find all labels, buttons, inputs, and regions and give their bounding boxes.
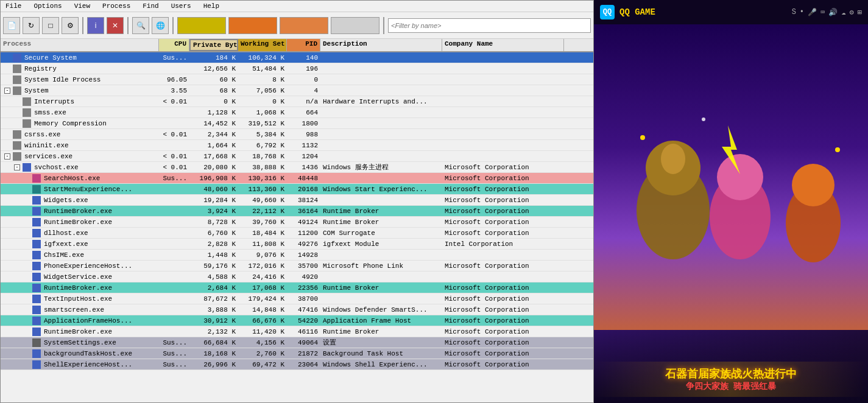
table-row[interactable]: - svchost.exe < 0.01 20,080 K 38,888 K 1… bbox=[1, 162, 593, 173]
th-working[interactable]: Working Set bbox=[238, 39, 287, 51]
new-process-btn[interactable]: 📄 bbox=[3, 17, 20, 34]
th-desc[interactable]: Description bbox=[320, 39, 442, 51]
table-row[interactable]: - services.exe < 0.01 17,668 K 18,768 K … bbox=[1, 151, 593, 162]
working-set: 11,420 K bbox=[238, 328, 287, 336]
process-icon bbox=[32, 338, 41, 347]
company: Microsoft Corporation bbox=[442, 328, 564, 336]
table-row[interactable]: ChsIME.exe 1,448 K 9,076 K 14928 bbox=[1, 250, 593, 261]
table-row[interactable]: igfxext.exe 2,828 K 11,808 K 49276 igfxe… bbox=[1, 239, 593, 250]
working-set: 18,484 K bbox=[238, 229, 287, 237]
table-row[interactable]: wininit.exe 1,664 K 6,792 K 1132 bbox=[1, 140, 593, 151]
table-row[interactable]: Registry 12,656 K 51,484 K 196 bbox=[1, 63, 593, 74]
search-btn[interactable]: 🔍 bbox=[132, 17, 149, 34]
table-row[interactable]: TextInputHost.exe 87,672 K 179,424 K 387… bbox=[1, 293, 593, 304]
table-row[interactable]: - System 3.55 68 K 7,056 K 4 bbox=[1, 85, 593, 96]
ad-icon7[interactable]: ⚙ bbox=[850, 8, 854, 17]
pid-value: 14928 bbox=[287, 251, 320, 259]
table-row[interactable]: PhoneExperienceHost... 59,176 K 172,016 … bbox=[1, 261, 593, 272]
menu-users[interactable]: Users bbox=[169, 2, 194, 10]
expand-btn[interactable]: - bbox=[4, 88, 10, 94]
menu-view[interactable]: View bbox=[72, 2, 93, 10]
menu-find[interactable]: Find bbox=[140, 2, 161, 10]
company bbox=[442, 134, 564, 135]
process-name-text: RuntimeBroker.exe bbox=[44, 208, 112, 215]
ad-icon2[interactable]: • bbox=[800, 8, 804, 17]
company: Microsoft Corporation bbox=[442, 229, 564, 237]
menu-options[interactable]: Options bbox=[31, 2, 64, 10]
menu-help[interactable]: Help bbox=[201, 2, 222, 10]
refresh-btn[interactable]: ↻ bbox=[23, 17, 40, 34]
ad-icon8[interactable]: ⊞ bbox=[858, 8, 862, 17]
sep1 bbox=[82, 17, 83, 34]
ad-icon5[interactable]: 🔊 bbox=[828, 8, 838, 17]
expand-btn[interactable]: - bbox=[14, 164, 20, 170]
menu-process[interactable]: Process bbox=[100, 2, 133, 10]
ad-icon1[interactable]: S bbox=[792, 8, 796, 17]
cpu-value bbox=[159, 287, 189, 289]
table-row[interactable]: smss.exe 1,128 K 1,068 K 664 bbox=[1, 107, 593, 118]
process-icon bbox=[32, 185, 41, 194]
menu-file[interactable]: File bbox=[3, 2, 24, 10]
private-bytes: 196,908 K bbox=[189, 174, 238, 183]
pid-value: 22356 bbox=[287, 284, 320, 292]
table-row[interactable]: StartMenuExperience... 48,060 K 113,360 … bbox=[1, 184, 593, 195]
th-private[interactable]: Private Bytes bbox=[189, 39, 238, 51]
minimize-btn[interactable]: □ bbox=[42, 17, 59, 34]
table-row[interactable]: SearchHost.exe Sus... 196,908 K 130,316 … bbox=[1, 173, 593, 184]
pid-value: n/a bbox=[287, 97, 320, 106]
process-table[interactable]: Process CPU Private Bytes Working Set PI… bbox=[1, 39, 593, 402]
working-set: 69,472 K bbox=[238, 360, 287, 369]
process-name: WidgetService.exe bbox=[1, 272, 159, 282]
network-btn[interactable]: 🌐 bbox=[152, 17, 169, 34]
table-row[interactable]: Widgets.exe 19,284 K 49,660 K 38124 Micr… bbox=[1, 195, 593, 206]
table-row[interactable]: csrss.exe < 0.01 2,344 K 5,384 K 988 bbox=[1, 129, 593, 140]
th-company[interactable]: Company Name bbox=[442, 39, 564, 51]
private-bytes: 48,060 K bbox=[189, 185, 238, 194]
company: Microsoft Corporation bbox=[442, 163, 564, 172]
table-row[interactable]: WidgetService.exe 4,588 K 24,416 K 4920 bbox=[1, 272, 593, 282]
description bbox=[320, 200, 442, 201]
description bbox=[320, 178, 442, 179]
private-bytes: 60 K bbox=[189, 75, 238, 84]
expand-btn[interactable]: - bbox=[4, 153, 10, 159]
table-row[interactable]: smartscreen.exe 3,888 K 14,848 K 47416 W… bbox=[1, 304, 593, 315]
table-row[interactable]: RuntimeBroker.exe 8,728 K 39,760 K 49124… bbox=[1, 217, 593, 228]
th-process[interactable]: Process bbox=[1, 39, 159, 51]
process-name: SystemSettings.exe bbox=[1, 338, 159, 348]
filter-input[interactable] bbox=[388, 18, 591, 33]
working-set: 24,416 K bbox=[238, 273, 287, 281]
stop-btn[interactable]: ✕ bbox=[107, 17, 124, 34]
process-icon bbox=[13, 75, 21, 84]
process-icon bbox=[13, 86, 21, 95]
process-icon bbox=[32, 229, 41, 237]
description: Application Frame Host bbox=[320, 317, 442, 325]
working-set: 38,888 K bbox=[238, 163, 287, 172]
working-set: 17,068 K bbox=[238, 284, 287, 292]
table-row[interactable]: RuntimeBroker.exe 2,132 K 11,420 K 46116… bbox=[1, 326, 593, 337]
table-row[interactable]: SystemSettings.exe Sus... 66,684 K 4,156… bbox=[1, 337, 593, 348]
ad-icon4[interactable]: ⌨ bbox=[820, 8, 825, 17]
process-name: - services.exe bbox=[1, 152, 159, 161]
table-row[interactable]: dllhost.exe 6,760 K 18,484 K 11200 COM S… bbox=[1, 228, 593, 239]
settings-btn[interactable]: ⚙ bbox=[62, 17, 79, 34]
company: Microsoft Corporation bbox=[442, 207, 564, 216]
ad-game-title: QQ GAME bbox=[619, 7, 655, 17]
ad-icon6[interactable]: ☁ bbox=[841, 8, 845, 17]
company bbox=[442, 57, 564, 58]
cpu-value bbox=[159, 211, 189, 212]
th-cpu[interactable]: CPU bbox=[159, 39, 189, 51]
table-row[interactable]: RuntimeBroker.exe 2,684 K 17,068 K 22356… bbox=[1, 282, 593, 293]
table-row[interactable]: System Idle Process 96.05 60 K 8 K 0 bbox=[1, 74, 593, 85]
table-row[interactable]: RuntimeBroker.exe 3,924 K 22,112 K 36164… bbox=[1, 206, 593, 217]
table-row[interactable]: backgroundTaskHost.exe Sus... 18,168 K 2… bbox=[1, 348, 593, 359]
ad-icon3[interactable]: 🎤 bbox=[808, 8, 817, 17]
company: Microsoft Corporation bbox=[442, 262, 564, 270]
table-row[interactable]: Memory Compression 14,452 K 319,512 K 18… bbox=[1, 118, 593, 129]
table-row[interactable]: ApplicationFrameHos... 30,912 K 66,676 K… bbox=[1, 315, 593, 326]
table-row[interactable]: Secure System Sus... 184 K 106,324 K 140 bbox=[1, 52, 593, 63]
th-pid[interactable]: PID bbox=[287, 39, 320, 51]
table-row[interactable]: ShellExperienceHost... Sus... 26,996 K 6… bbox=[1, 359, 593, 370]
description bbox=[320, 57, 442, 58]
table-row[interactable]: Interrupts < 0.01 0 K 0 K n/a Hardware I… bbox=[1, 96, 593, 107]
info-btn[interactable]: i bbox=[87, 17, 104, 34]
